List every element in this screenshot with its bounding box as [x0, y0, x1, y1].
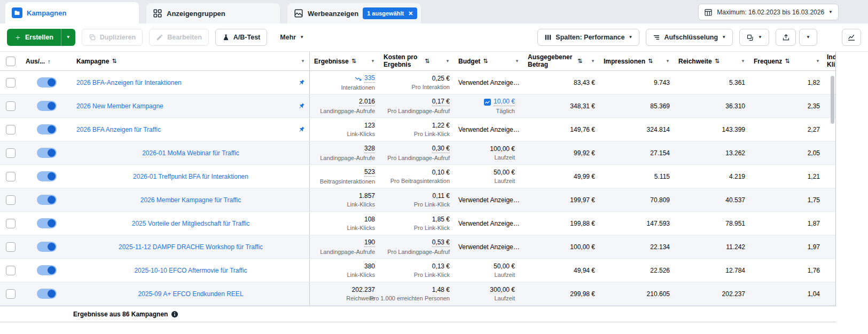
chevron-down-icon[interactable]: ▼ — [513, 59, 519, 63]
charts-button[interactable] — [842, 29, 861, 46]
row-checkbox[interactable] — [6, 195, 15, 205]
results-cell[interactable]: 1.857 Link-Klicks — [310, 188, 379, 211]
create-button[interactable]: Erstellen ▼ — [7, 29, 75, 46]
campaign-active-toggle[interactable] — [37, 77, 57, 88]
column-header-campaign[interactable]: Kampagne ⇅ ▼ — [72, 52, 310, 70]
campaign-active-toggle[interactable] — [37, 148, 57, 158]
campaign-name-link[interactable]: 2026 Member Kampagne für Traffic — [140, 196, 241, 204]
column-header-amount-spent[interactable]: Ausgegebener Betrag ⇅ ▼ — [523, 52, 599, 70]
row-checkbox[interactable] — [6, 289, 15, 299]
chevron-down-icon[interactable]: ▼ — [299, 59, 305, 63]
campaign-name-link[interactable]: 2025 Vorteile der Mitgliedschaft für Tra… — [132, 220, 250, 227]
budget-cell[interactable]: Verwendet Anzeigeng... — [454, 188, 523, 211]
campaign-active-toggle[interactable] — [37, 195, 57, 205]
close-icon[interactable]: ✕ — [408, 10, 413, 17]
column-header-cost-per-result[interactable]: Kosten pro Ergebnis ⇅ ▼ — [379, 52, 454, 70]
row-checkbox[interactable] — [6, 172, 15, 181]
row-checkbox[interactable] — [6, 78, 15, 88]
chevron-down-icon[interactable]: ▼ — [814, 59, 820, 63]
chevron-down-icon[interactable]: ▼ — [739, 59, 745, 63]
column-header-impressions[interactable]: Impressionen ⇅ ▼ — [599, 52, 674, 70]
campaign-name-link[interactable]: 2026 New Member Kampagne — [76, 102, 163, 110]
cost-per-result-cell[interactable]: 0,13 € Pro Link-Klick — [379, 259, 454, 282]
info-icon[interactable] — [171, 311, 178, 318]
column-header-reach[interactable]: Reichweite ⇅ ▼ — [674, 52, 749, 70]
budget-cell[interactable]: 50,00 € Laufzeit — [454, 165, 523, 188]
column-header-budget[interactable]: Budget ⇅ ▼ — [454, 52, 523, 70]
row-checkbox[interactable] — [6, 125, 15, 134]
campaign-active-toggle[interactable] — [37, 124, 57, 134]
tab-adsets[interactable]: Anzeigengruppen — [146, 3, 280, 23]
results-cell[interactable]: 2.016 Landingpage-Aufrufe — [310, 94, 379, 117]
breakdown-button[interactable]: Aufschlüsselung ▼ — [646, 29, 733, 46]
export-options-button[interactable]: ▼ — [799, 29, 817, 46]
cost-per-result-cell[interactable]: 0,53 € Pro Landingpage-Aufruf — [379, 235, 454, 258]
campaign-name-link[interactable]: 2025-09 A+ EFCO Endkunden REEL — [138, 290, 243, 298]
budget-cell[interactable]: Verwendet Anzeigeng... — [454, 212, 523, 235]
cost-per-result-cell[interactable]: 0,17 € Pro Landingpage-Aufruf — [379, 94, 454, 117]
campaign-active-toggle[interactable] — [37, 218, 57, 228]
column-header-results[interactable]: Ergebnisse ⇅ ▼ — [310, 52, 379, 70]
column-header-onoff[interactable]: Aus/... ↑ — [21, 52, 72, 70]
campaign-active-toggle[interactable] — [37, 265, 57, 275]
budget-cell[interactable]: 300,00 € Laufzeit — [454, 282, 523, 305]
campaign-name-link[interactable]: 2026 BFA-Anzeigen für Interaktionen — [76, 79, 182, 86]
selected-count-badge[interactable]: 1 ausgewählt ✕ — [363, 7, 417, 19]
chevron-down-icon[interactable]: ▼ — [443, 59, 450, 63]
tab-ads[interactable]: Werbeanzeigen 1 ausgewählt ✕ — [287, 3, 421, 23]
edit-button[interactable]: Bearbeiten — [149, 29, 209, 46]
budget-cell[interactable]: Verwendet Anzeigeng... — [454, 118, 523, 141]
results-cell[interactable]: 380 Link-Klicks — [310, 259, 379, 282]
results-cell[interactable]: 108 Link-Klicks — [310, 212, 379, 235]
budget-edit-icon[interactable] — [484, 99, 491, 106]
row-checkbox[interactable] — [6, 266, 15, 275]
campaign-active-toggle[interactable] — [37, 289, 57, 299]
budget-cell[interactable]: Verwendet Anzeigeng... — [454, 71, 523, 94]
columns-button[interactable]: Spalten: Performance ▼ — [537, 29, 639, 46]
campaign-name-link[interactable]: 2025-10-10 EFCO Aftermovie für Traffic — [134, 267, 247, 274]
cost-per-result-cell[interactable]: 1,48 € Pro 1.000 erreichten Personen — [379, 282, 454, 305]
export-button[interactable] — [776, 29, 796, 46]
row-checkbox[interactable] — [6, 101, 15, 111]
campaign-name-link[interactable]: 2026-01 Treffpunkt BFA für Interaktionen — [133, 173, 248, 180]
results-cell[interactable]: 202.237 Reichweite — [310, 282, 379, 305]
create-dropdown-button[interactable]: ▼ — [61, 29, 75, 46]
select-all-checkbox[interactable] — [6, 57, 15, 66]
results-cell[interactable]: 123 Link-Klicks — [310, 118, 379, 141]
column-header-frequency[interactable]: Frequenz ⇅ ▼ — [749, 52, 824, 70]
budget-cell[interactable]: 10,00 € Täglich — [454, 94, 523, 117]
campaign-active-toggle[interactable] — [37, 101, 57, 111]
more-button[interactable]: Mehr ▼ — [273, 29, 310, 46]
campaign-active-toggle[interactable] — [37, 171, 57, 181]
cost-per-result-cell[interactable]: 1,22 € Pro Link-Klick — [379, 118, 454, 141]
ab-test-button[interactable]: A/B-Test — [215, 29, 267, 46]
budget-cell[interactable]: 50,00 € Laufzeit — [454, 259, 523, 282]
cost-per-result-cell[interactable]: 0,25 € Pro Interaktion — [379, 71, 454, 94]
chevron-down-icon[interactable]: ▼ — [663, 59, 670, 63]
campaign-name-link[interactable]: 2026-01 MoMa Webinar für Traffic — [142, 149, 239, 157]
row-checkbox[interactable] — [6, 219, 15, 228]
duplicate-button[interactable]: Duplizieren — [82, 29, 143, 46]
results-cell[interactable]: 523 Beitragsinteraktionen — [310, 165, 379, 188]
budget-cell[interactable]: Verwendet Anzeigeng... — [454, 235, 523, 258]
cost-per-result-cell[interactable]: 0,10 € Pro Beitragsinteraktion — [379, 165, 454, 188]
campaign-name-link[interactable]: 2025-11-12 DAMPF DRACHE Workshop für Tra… — [119, 243, 263, 251]
results-chart-icon[interactable] — [355, 75, 362, 82]
vertical-scrollbar[interactable] — [831, 76, 834, 124]
cost-per-result-cell[interactable]: 0,30 € Pro Landingpage-Aufruf — [379, 141, 454, 164]
row-checkbox[interactable] — [6, 148, 15, 158]
campaign-name-link[interactable]: 2026 BFA Anzeigen für Traffic — [76, 126, 161, 133]
cost-per-result-cell[interactable]: 0,11 € Pro Link-Klick — [379, 188, 454, 211]
results-cell[interactable]: 328 Landingpage-Aufrufe — [310, 141, 379, 164]
campaign-active-toggle[interactable] — [37, 242, 57, 252]
chevron-down-icon[interactable]: ▼ — [369, 59, 375, 63]
date-range-picker[interactable]: Maximum: 16.02.2023 bis 16.03.2026 ▼ — [698, 4, 839, 20]
results-cell[interactable]: 335 Interaktionen — [310, 71, 379, 94]
reports-button[interactable]: ▼ — [739, 29, 769, 46]
tab-campaigns[interactable]: Kampagnen — [5, 2, 139, 23]
results-cell[interactable]: 190 Landingpage-Aufrufe — [310, 235, 379, 258]
row-checkbox[interactable] — [6, 242, 15, 252]
budget-cell[interactable]: 100,00 € Laufzeit — [454, 141, 523, 164]
chevron-down-icon[interactable]: ▼ — [589, 59, 595, 63]
column-header-clipped[interactable]: Ind Kli — [824, 52, 836, 70]
